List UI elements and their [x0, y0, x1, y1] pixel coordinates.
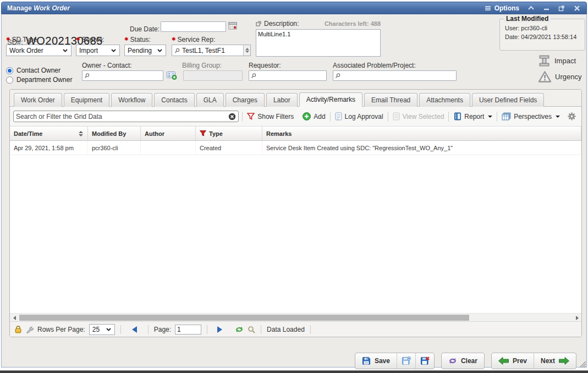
sd-type-value: Work Order — [9, 47, 43, 54]
tab-gla[interactable]: GLA — [196, 93, 224, 107]
chevron-down-icon — [106, 328, 111, 331]
scroll-left-icon[interactable] — [11, 315, 18, 321]
pagination-bar: Rows Per Page: 25 Page: — [10, 321, 581, 337]
description-textarea[interactable]: MultiLine1.1 — [256, 29, 381, 57]
document-icon — [335, 112, 342, 120]
tab-charges[interactable]: Charges — [226, 93, 265, 107]
magnifier-icon[interactable] — [248, 326, 255, 333]
page-label: Page: — [154, 326, 171, 333]
chevron-down-icon — [111, 49, 116, 52]
lock-icon[interactable] — [14, 325, 22, 333]
impact-icon[interactable] — [538, 54, 551, 67]
column-header-remarks[interactable]: Remarks — [262, 127, 581, 140]
grid-search-input[interactable] — [16, 113, 228, 120]
chevron-down-icon — [157, 49, 162, 52]
gear-icon[interactable] — [568, 112, 576, 120]
tab-contacts[interactable]: Contacts — [154, 93, 194, 107]
next-button[interactable]: Next — [534, 353, 576, 369]
prev-page-icon[interactable] — [132, 326, 137, 333]
clear-search-icon[interactable] — [228, 113, 236, 120]
next-label: Next — [541, 357, 555, 365]
requestor-label: Requestor: — [249, 62, 281, 69]
associated-problem-input[interactable] — [333, 70, 457, 81]
status-value: Pending — [128, 47, 152, 54]
save-button[interactable]: Save — [355, 353, 397, 369]
column-header-modified-by[interactable]: Modified By — [88, 127, 141, 140]
log-approval-button[interactable]: Log Approval — [334, 112, 384, 120]
prev-next-group: Prev Next — [491, 353, 576, 369]
column-header-author[interactable]: Author — [141, 127, 196, 140]
status-select[interactable]: Pending — [124, 45, 166, 56]
footer-buttons: Save Clear — [355, 353, 576, 369]
minimize-icon[interactable] — [542, 4, 550, 12]
tab-labor[interactable]: Labor — [266, 93, 298, 107]
last-modified-user: User: pcr360-cli — [505, 25, 585, 31]
column-header-date-time[interactable]: Date/Time — [10, 127, 88, 140]
resize-grip[interactable] — [578, 359, 586, 368]
scrollbar-thumb[interactable] — [19, 315, 469, 321]
clear-button[interactable]: Clear — [442, 353, 484, 369]
due-date-input[interactable] — [161, 21, 226, 32]
contact-owner-radio[interactable]: Contact Owner — [6, 67, 61, 74]
perspectives-button[interactable]: Perspectives — [501, 112, 561, 120]
options-button[interactable]: Options — [484, 4, 519, 12]
tab-strip: Work Order Equipment Workflow Contacts G… — [10, 90, 581, 107]
requestor-input[interactable] — [249, 70, 327, 81]
grid-search-box[interactable] — [13, 111, 239, 122]
description-popout-icon[interactable] — [256, 21, 262, 26]
prev-button[interactable]: Prev — [492, 353, 534, 369]
tab-attachments[interactable]: Attachments — [419, 93, 470, 107]
contact-owner-label: Contact Owner — [17, 67, 61, 74]
tab-activity-remarks[interactable]: Activity/Remarks — [299, 92, 362, 107]
close-icon[interactable] — [573, 4, 581, 12]
scroll-right-icon[interactable] — [574, 315, 580, 321]
next-page-icon[interactable] — [217, 326, 222, 333]
wrench-icon[interactable] — [26, 326, 34, 333]
save-and-close-button[interactable] — [415, 353, 434, 369]
sd-type-select[interactable]: Work Order — [6, 45, 72, 56]
owner-contact-input[interactable] — [82, 70, 163, 81]
save-and-new-button[interactable] — [397, 353, 415, 369]
view-selected-button: View Selected — [392, 112, 446, 120]
search-icon — [174, 48, 180, 53]
popout-icon[interactable] — [558, 4, 565, 12]
sort-icon[interactable] — [79, 131, 83, 136]
billing-group-label: Billing Group: — [182, 62, 222, 69]
report-button[interactable]: Report — [452, 112, 493, 120]
description-label: Description: — [264, 20, 299, 28]
service-rep-field[interactable]: TestL1, TestF1 — [172, 45, 251, 56]
add-contact-icon[interactable] — [167, 71, 177, 80]
table-row[interactable]: Apr 29, 2021, 1:58 pm pcr360-cli Created… — [10, 141, 581, 155]
rows-per-page-select[interactable]: 25 — [89, 324, 115, 335]
tab-equipment[interactable]: Equipment — [64, 93, 109, 107]
clear-label: Clear — [461, 357, 477, 365]
page-input[interactable] — [175, 325, 201, 334]
tab-workflow[interactable]: Workflow — [111, 93, 152, 107]
column-filter-icon — [200, 130, 206, 136]
tab-email-thread[interactable]: Email Thread — [364, 93, 417, 107]
required-asterisk: ✱ — [76, 36, 80, 42]
collapse-icon[interactable] — [527, 4, 535, 12]
horizontal-scrollbar[interactable] — [10, 313, 581, 321]
due-date-label: Due Date: — [130, 25, 160, 33]
urgency-label: Urgency — [555, 73, 581, 81]
tab-user-defined-fields[interactable]: User Defined Fields — [472, 93, 544, 107]
dropdown-caret-icon — [488, 116, 492, 118]
associated-problem-label: Associated Problem/Project: — [333, 62, 416, 69]
source-select[interactable]: Import — [76, 45, 120, 56]
cell-author — [141, 141, 196, 155]
radio-unselected-icon — [6, 76, 13, 84]
refresh-icon[interactable] — [235, 326, 244, 333]
grid-body: Apr 29, 2021, 1:58 pm pcr360-cli Created… — [10, 141, 581, 313]
save-button-group: Save — [355, 353, 435, 369]
spinner-icon[interactable] — [243, 45, 250, 56]
tab-work-order[interactable]: Work Order — [14, 93, 62, 107]
add-button[interactable]: Add — [301, 112, 326, 120]
show-filters-button[interactable]: Show Filters — [246, 113, 295, 120]
department-owner-radio[interactable]: Department Owner — [6, 76, 72, 84]
perspectives-icon — [502, 112, 511, 120]
urgency-icon[interactable] — [538, 71, 551, 83]
column-header-type[interactable]: Type — [196, 127, 262, 140]
calendar-icon[interactable] — [228, 21, 238, 30]
window-body: SD#: WO202130685 Due Date: ✱SD Type: Wor… — [1, 14, 587, 367]
